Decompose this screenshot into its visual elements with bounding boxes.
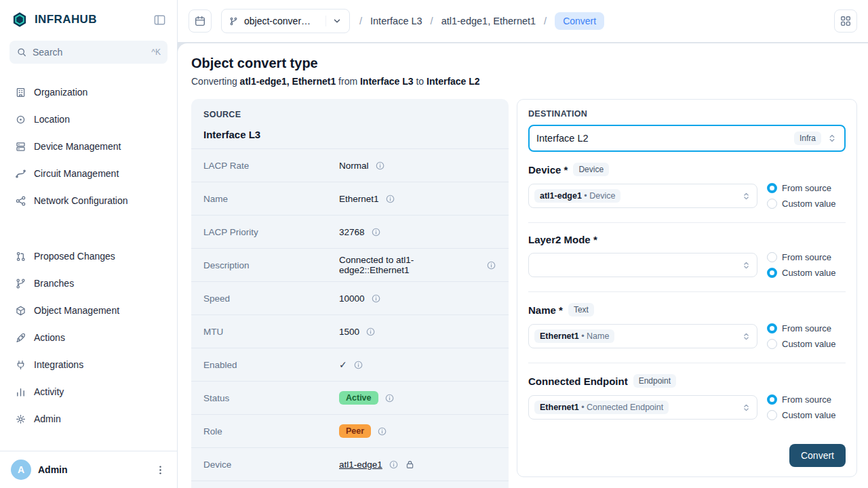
apps-button[interactable] <box>834 9 857 33</box>
subtitle-to-word: to <box>416 76 424 87</box>
destination-type-value: Interface L2 <box>536 133 789 144</box>
device-link[interactable]: atl1-edge1 <box>339 460 382 470</box>
info-icon[interactable] <box>385 194 395 204</box>
source-row-description: Description Connected to atl1-edge2::Eth… <box>191 249 509 282</box>
breadcrumb-item-interface-l3[interactable]: Interface L3 <box>370 16 422 26</box>
radio-dot <box>767 394 777 405</box>
gear-icon <box>15 413 26 425</box>
breadcrumb-separator: / <box>544 16 547 26</box>
sidebar-item-proposed-changes[interactable]: Proposed Changes <box>8 243 169 270</box>
lock-icon <box>405 460 415 470</box>
field-label: Layer2 Mode * <box>528 234 597 245</box>
radio-from-source[interactable]: From source <box>767 252 846 262</box>
sidebar-item-activity[interactable]: Activity <box>8 378 169 405</box>
radio-from-source[interactable]: From source <box>767 323 846 333</box>
namespace-badge: Infra <box>794 131 821 145</box>
field-group-device: Device * Device atl1-edge1 • Device <box>528 152 846 223</box>
topbar: object-conver… / Interface L3 / atl1-edg… <box>178 0 868 42</box>
sidebar-item-label: Activity <box>34 386 64 397</box>
sidebar-item-object-management[interactable]: Object Management <box>8 297 169 324</box>
selected-value-chip: atl1-edge1 • Device <box>534 189 620 203</box>
search-box[interactable]: ^K <box>9 41 167 64</box>
kebab-menu-icon[interactable] <box>155 464 166 476</box>
radio-custom-value[interactable]: Custom value <box>767 268 846 278</box>
selected-value-chip: Ethernet1 • Connected Endpoint <box>534 401 669 414</box>
sidebar-item-network-configuration[interactable]: Network Configuration <box>8 187 169 214</box>
destination-panel: DESTINATION Interface L2 Infra Device * … <box>517 99 857 477</box>
destination-heading: DESTINATION <box>528 109 846 119</box>
value-source-radio-group: From source Custom value <box>767 394 846 420</box>
radio-label: Custom value <box>782 199 835 209</box>
sidebar-item-admin[interactable]: Admin <box>8 405 169 432</box>
radio-from-source[interactable]: From source <box>767 394 846 405</box>
schedule-button[interactable] <box>189 9 212 33</box>
branch-selector[interactable]: object-conver… <box>221 9 350 33</box>
field-kind-badge: Device <box>573 163 609 176</box>
info-icon[interactable] <box>366 327 376 337</box>
collapse-sidebar-icon[interactable] <box>153 14 166 26</box>
convert-button[interactable]: Convert <box>789 444 846 467</box>
info-icon[interactable] <box>389 460 399 470</box>
sidebar-item-integrations[interactable]: Integrations <box>8 351 169 378</box>
radio-dot <box>767 410 777 420</box>
brand-name: INFRAHUB <box>35 13 97 26</box>
source-panel: SOURCE Interface L3 LACP Rate Normal Nam… <box>191 99 509 488</box>
source-row-lacp-rate: LACP Rate Normal <box>191 149 509 182</box>
sidebar-item-location[interactable]: Location <box>8 106 169 133</box>
device-select[interactable]: atl1-edge1 • Device <box>528 184 757 208</box>
required-asterisk: * <box>559 304 563 316</box>
source-type: Interface L3 <box>203 129 496 148</box>
source-heading: SOURCE <box>203 110 496 119</box>
connected-endpoint-select[interactable]: Ethernet1 • Connected Endpoint <box>528 395 757 420</box>
info-icon[interactable] <box>353 360 363 370</box>
info-icon[interactable] <box>377 426 387 436</box>
destination-type-select[interactable]: Interface L2 Infra <box>528 125 846 152</box>
row-value: Connected to atl1-edge2::Ethernet1 <box>339 255 480 275</box>
radio-dot <box>767 323 777 333</box>
breadcrumb-separator: / <box>431 16 433 26</box>
radio-from-source[interactable]: From source <box>767 183 846 193</box>
select-stepper-icon <box>741 403 751 413</box>
info-icon[interactable] <box>371 227 381 237</box>
sidebar-item-organization[interactable]: Organization <box>8 79 169 106</box>
source-row-role: Role Peer <box>191 415 509 448</box>
breadcrumb-item-object[interactable]: atl1-edge1, Ethernet1 <box>441 16 536 26</box>
search-input[interactable] <box>33 47 146 58</box>
radio-dot <box>767 268 777 278</box>
sidebar-item-branches[interactable]: Branches <box>8 270 169 297</box>
info-icon[interactable] <box>384 393 395 403</box>
field-kind-badge: Text <box>568 303 594 317</box>
apps-grid-icon <box>840 15 852 27</box>
field-label: Connected Endpoint <box>528 375 628 387</box>
info-icon[interactable] <box>375 161 385 171</box>
info-icon[interactable] <box>486 260 496 270</box>
radio-custom-value[interactable]: Custom value <box>767 339 846 349</box>
source-row-enabled: Enabled ✓ <box>191 348 509 382</box>
source-row-speed: Speed 10000 <box>191 282 509 315</box>
source-row-device: Device atl1-edge1 <box>191 448 509 481</box>
field-group-connected-endpoint: Connected Endpoint Endpoint Ethernet1 • … <box>528 363 846 434</box>
radio-label: Custom value <box>782 268 835 278</box>
name-select[interactable]: Ethernet1 • Name <box>528 324 757 348</box>
sidebar-item-circuit-management[interactable]: Circuit Management <box>8 160 169 187</box>
sidebar-item-label: Admin <box>34 413 61 424</box>
network-nodes-icon <box>15 195 26 207</box>
radio-dot <box>767 252 777 262</box>
location-icon <box>15 114 26 125</box>
sidebar-item-actions[interactable]: Actions <box>8 324 169 351</box>
subtitle-prefix: Converting <box>191 76 237 87</box>
subtitle-to-type: Interface L2 <box>427 76 480 87</box>
info-icon[interactable] <box>371 293 381 304</box>
radio-custom-value[interactable]: Custom value <box>767 410 846 420</box>
radio-custom-value[interactable]: Custom value <box>767 199 846 209</box>
chevron-down-icon <box>326 16 342 26</box>
calendar-icon <box>194 15 206 27</box>
sidebar-item-device-management[interactable]: Device Management <box>8 133 169 160</box>
layer2-mode-select[interactable] <box>528 253 757 277</box>
radio-label: From source <box>782 323 831 333</box>
subtitle-from-word: from <box>338 76 357 87</box>
radio-label: From source <box>782 252 831 262</box>
field-kind-badge: Endpoint <box>633 374 676 388</box>
value-source-radio-group: From source Custom value <box>767 323 846 349</box>
row-label: Enabled <box>203 360 339 370</box>
